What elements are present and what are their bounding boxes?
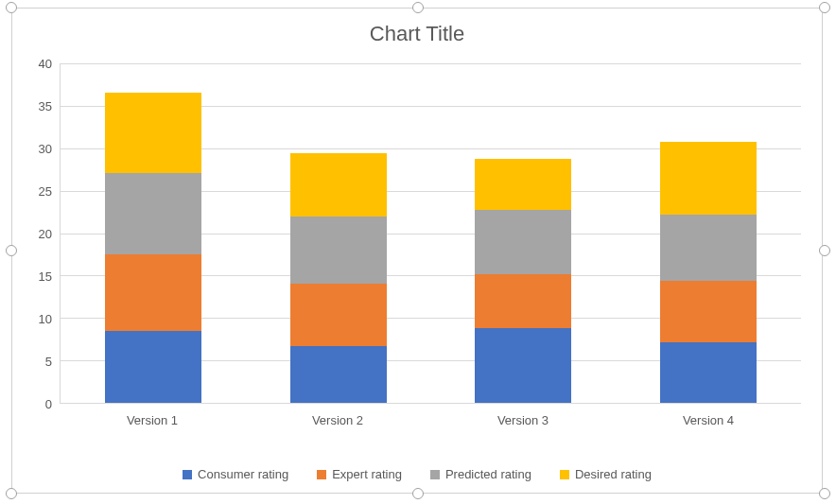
bar-segment[interactable] [475,159,571,210]
stacked-bar[interactable] [475,63,571,403]
resize-handle-bottom-mid[interactable] [412,488,424,499]
bar-segment[interactable] [105,173,201,254]
plot-region [60,63,801,404]
chart-object[interactable]: Chart Title 0510152025303540 Version 1Ve… [11,8,823,494]
legend-swatch [560,470,569,479]
resize-handle-top-mid[interactable] [412,2,424,13]
bar-slot [61,63,246,403]
legend-label: Expert rating [332,467,402,481]
bar-segment[interactable] [660,215,757,281]
bar-segment[interactable] [105,331,201,403]
bar-segment[interactable] [660,142,757,214]
bar-segment[interactable] [105,93,201,173]
resize-handle-top-right[interactable] [819,2,830,13]
legend-label: Consumer rating [198,467,288,481]
bar-slot [616,63,801,403]
legend-swatch [317,470,326,479]
legend-item[interactable]: Desired rating [560,467,652,481]
legend-swatch [183,470,192,479]
plot-area[interactable]: 0510152025303540 Version 1Version 2Versi… [24,63,801,434]
bar-segment[interactable] [105,254,201,331]
y-tick-label: 10 [39,312,52,326]
bar-slot [246,63,431,403]
y-tick-label: 25 [39,184,52,199]
stacked-bar[interactable] [660,63,757,403]
x-axis-labels: Version 1Version 2Version 3Version 4 [60,408,801,434]
bar-segment[interactable] [660,281,757,343]
bar-segment[interactable] [475,274,571,328]
x-tick-label: Version 1 [60,408,245,434]
bar-segment[interactable] [290,346,387,403]
legend-label: Predicted rating [445,467,531,481]
legend-item[interactable]: Consumer rating [183,467,288,481]
y-tick-label: 15 [39,269,52,284]
y-tick-label: 5 [45,355,52,369]
x-tick-label: Version 2 [245,408,430,434]
x-tick-label: Version 4 [616,408,801,434]
resize-handle-bottom-left[interactable] [6,488,17,499]
x-tick-label: Version 3 [430,408,616,434]
legend-label: Desired rating [575,467,652,481]
legend-swatch [430,470,440,479]
bar-segment[interactable] [475,328,571,403]
y-tick-label: 30 [39,142,52,156]
bar-slot [431,63,617,403]
stacked-bar[interactable] [105,63,201,403]
resize-handle-bottom-right[interactable] [819,488,830,499]
y-tick-label: 35 [39,99,52,113]
y-tick-label: 40 [39,57,52,71]
resize-handle-mid-left[interactable] [6,245,17,256]
legend[interactable]: Consumer ratingExpert ratingPredicted ra… [12,467,822,481]
y-tick-label: 20 [39,227,52,241]
legend-item[interactable]: Expert rating [317,467,402,481]
bar-segment[interactable] [475,210,571,273]
resize-handle-mid-right[interactable] [819,245,830,256]
y-axis: 0510152025303540 [24,63,56,404]
bars-container [61,63,801,403]
y-tick-label: 0 [45,397,52,411]
resize-handle-top-left[interactable] [6,2,17,13]
bar-segment[interactable] [290,217,387,284]
legend-item[interactable]: Predicted rating [430,467,531,481]
bar-segment[interactable] [290,153,387,217]
chart-title[interactable]: Chart Title [12,9,822,46]
bar-segment[interactable] [290,284,387,346]
bar-segment[interactable] [660,342,757,403]
stacked-bar[interactable] [290,63,387,403]
